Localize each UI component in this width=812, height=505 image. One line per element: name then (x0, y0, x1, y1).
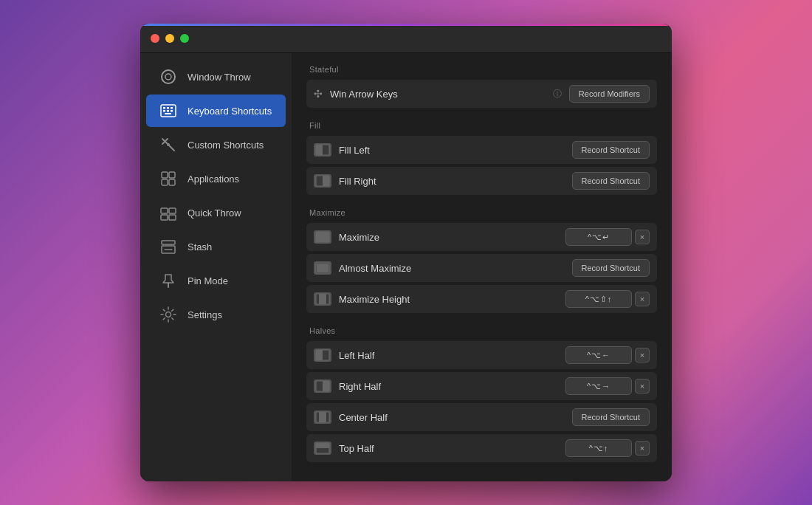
sidebar-item-applications[interactable]: Applications (146, 162, 286, 195)
keyboard-shortcuts-icon (158, 100, 179, 121)
section-title-halves: Halves (306, 326, 657, 335)
window-icon-maximize-height (314, 292, 331, 306)
section-title-fill: Fill (306, 121, 657, 130)
shortcut-key-maximize-height[interactable]: ^⌥⇧↑ (565, 290, 632, 308)
sidebar: Window Throw Keyboard Shortcuts Custom S… (140, 53, 292, 481)
window-icon-maximize (314, 230, 331, 244)
svg-point-0 (162, 70, 175, 83)
sidebar-label-keyboard-shortcuts: Keyboard Shortcuts (187, 106, 272, 117)
shortcut-name-center-half: Center Half (339, 412, 572, 423)
sidebar-item-keyboard-shortcuts[interactable]: Keyboard Shortcuts (146, 95, 286, 127)
sidebar-item-pin-mode[interactable]: Pin Mode (146, 264, 286, 297)
window-icon-fill-right (314, 174, 331, 188)
window-icon-almost-maximize (314, 261, 331, 275)
minimize-button[interactable] (165, 34, 174, 43)
shortcut-key-right-half[interactable]: ^⌥→ (565, 377, 632, 395)
sidebar-label-pin-mode: Pin Mode (187, 275, 228, 286)
svg-rect-41 (319, 412, 326, 422)
clear-shortcut-maximize-height[interactable]: × (635, 292, 650, 306)
row-almost-maximize: Almost Maximize Record Shortcut (306, 254, 657, 282)
record-shortcut-button-almost-maximize[interactable]: Record Shortcut (572, 259, 650, 277)
clear-shortcut-right-half[interactable]: × (635, 379, 650, 394)
row-right-half: Right Half ^⌥→ × (306, 372, 657, 400)
shortcut-name-fill-right: Fill Right (339, 176, 572, 187)
section-maximize: Maximize Maximize ^⌥↵ × Almost Maximize (306, 208, 657, 313)
record-shortcut-button-fill-right[interactable]: Record Shortcut (572, 172, 650, 190)
shortcut-name-left-half: Left Half (339, 350, 565, 361)
svg-line-11 (169, 145, 174, 151)
svg-rect-3 (163, 107, 165, 109)
sidebar-item-window-throw[interactable]: Window Throw (146, 61, 286, 93)
shortcut-key-left-half[interactable]: ^⌥← (565, 346, 632, 364)
row-win-arrow-keys: ✣ Win Arrow Keys ⓘ Record Modifiers (306, 80, 657, 108)
close-button[interactable] (151, 34, 159, 43)
shortcut-name-win-arrow-keys: Win Arrow Keys (330, 89, 553, 100)
svg-rect-17 (169, 179, 175, 185)
clear-shortcut-left-half[interactable]: × (635, 348, 650, 363)
clear-shortcut-maximize[interactable]: × (635, 230, 650, 244)
svg-rect-37 (316, 350, 323, 360)
stash-icon (158, 236, 179, 257)
quick-throw-icon (158, 202, 179, 223)
sidebar-item-settings[interactable]: Settings (146, 298, 286, 331)
record-shortcut-button-center-half[interactable]: Record Shortcut (572, 408, 650, 426)
svg-rect-31 (316, 232, 329, 242)
window-icon-left-half (314, 348, 331, 362)
svg-rect-21 (169, 215, 176, 220)
sidebar-item-custom-shortcuts[interactable]: Custom Shortcuts (146, 128, 286, 161)
key-container-left-half: ^⌥← × (565, 346, 650, 364)
arrows-icon: ✣ (314, 88, 323, 100)
applications-icon (158, 168, 179, 189)
sidebar-label-settings: Settings (187, 309, 222, 320)
clear-shortcut-top-half[interactable]: × (635, 441, 650, 456)
shortcut-key-maximize[interactable]: ^⌥↵ (565, 228, 632, 246)
svg-rect-43 (316, 443, 329, 448)
shortcut-name-maximize: Maximize (339, 232, 565, 243)
svg-rect-6 (163, 110, 165, 112)
section-stateful: Stateful ✣ Win Arrow Keys ⓘ Record Modif… (306, 65, 657, 108)
window-icon-fill-left (314, 143, 331, 157)
svg-rect-4 (167, 107, 169, 109)
window-icon-center-half (314, 410, 331, 424)
key-container-maximize: ^⌥↵ × (565, 228, 650, 246)
sidebar-label-quick-throw: Quick Throw (187, 207, 241, 219)
section-title-stateful: Stateful (306, 65, 657, 74)
sidebar-label-window-throw: Window Throw (187, 72, 251, 83)
info-icon-win-arrow-keys[interactable]: ⓘ (553, 88, 562, 100)
shortcut-name-top-half: Top Half (339, 443, 565, 454)
shortcut-key-top-half[interactable]: ^⌥↑ (565, 439, 632, 457)
row-center-half: Center Half Record Shortcut (306, 403, 657, 431)
svg-point-1 (165, 74, 171, 80)
shortcut-name-almost-maximize: Almost Maximize (339, 263, 572, 274)
settings-icon (158, 304, 179, 325)
section-halves: Halves Left Half ^⌥← × Right Half (306, 326, 657, 462)
sidebar-label-custom-shortcuts: Custom Shortcuts (187, 140, 264, 151)
svg-rect-30 (323, 176, 329, 186)
row-fill-right: Fill Right Record Shortcut (306, 167, 657, 195)
row-left-half: Left Half ^⌥← × (306, 341, 657, 369)
svg-rect-19 (169, 208, 176, 213)
row-maximize-height: Maximize Height ^⌥⇧↑ × (306, 285, 657, 313)
titlebar (140, 24, 672, 53)
record-shortcut-button-fill-left[interactable]: Record Shortcut (572, 141, 650, 159)
svg-point-26 (166, 312, 171, 317)
key-container-right-half: ^⌥→ × (565, 377, 650, 395)
window-icon-right-half (314, 379, 331, 393)
sidebar-item-quick-throw[interactable]: Quick Throw (146, 196, 286, 229)
sidebar-label-applications: Applications (187, 174, 239, 185)
svg-rect-28 (316, 145, 323, 155)
key-container-top-half: ^⌥↑ × (565, 439, 650, 457)
window-icon-top-half (314, 442, 331, 455)
maximize-button[interactable] (180, 34, 189, 43)
sidebar-item-stash[interactable]: Stash (146, 230, 286, 263)
app-window: Window Throw Keyboard Shortcuts Custom S… (140, 24, 672, 481)
shortcut-name-fill-left: Fill Left (339, 145, 572, 156)
svg-rect-33 (317, 264, 328, 272)
svg-rect-5 (171, 107, 173, 109)
sidebar-label-stash: Stash (187, 241, 212, 252)
record-modifiers-button-win-arrow-keys[interactable]: Record Modifiers (569, 85, 650, 103)
svg-rect-22 (162, 241, 175, 244)
shortcut-name-right-half: Right Half (339, 381, 565, 392)
svg-rect-20 (161, 215, 168, 220)
titlebar-gradient (140, 24, 672, 26)
